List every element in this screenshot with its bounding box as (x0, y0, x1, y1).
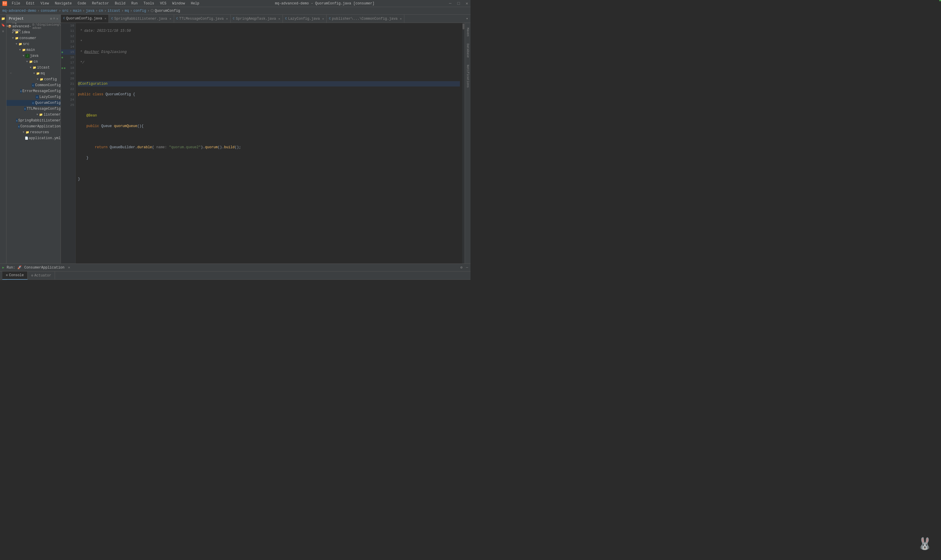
project-tree: ▼ 📦 mq-advanced-demo D:\DingJiaxiong\Ide… (6, 23, 61, 263)
tree-arrow-config: ▼ (36, 78, 39, 81)
line-num-21: 21 (61, 81, 75, 86)
menu-file[interactable]: File (11, 1, 22, 6)
folder-icon-cn: 📁 (29, 60, 33, 64)
folder-icon-itcast: 📁 (32, 66, 37, 70)
actuator-tab[interactable]: ⚙ Actuator (28, 271, 55, 280)
menu-code[interactable]: Code (77, 1, 87, 6)
tab-ttl-message-config[interactable]: C TTLMessageConfig.java ✕ (174, 15, 231, 23)
tab-label-rabbit: SpringRabbitListener.java (114, 17, 167, 21)
tree-item-error-config[interactable]: C ErrorMessageConfig (6, 88, 61, 94)
tree-label-itcast: itcast (37, 66, 50, 70)
code-line-17 (78, 102, 460, 108)
left-sidebar-icons: 📁 🔖 ≡ (0, 15, 6, 263)
project-panel-header: Project ⚙ ≡ ✕ (6, 15, 61, 23)
code-content[interactable]: * date: 2022/11/10 15:50 * * @author Din… (75, 23, 462, 263)
tree-item-main[interactable]: ▼ 📁 main (6, 47, 61, 53)
close-button[interactable]: ✕ (466, 1, 468, 6)
tab-close-rabbit[interactable]: ✕ (170, 17, 171, 21)
tab-close-quorum[interactable]: ✕ (105, 17, 106, 20)
tab-common-config[interactable]: C publisher\...\CommonConfig.java ✕ (327, 15, 404, 23)
tree-item-listener[interactable]: ▼ 📁 listener (6, 112, 61, 118)
tree-arrow-consumer: ▼ (11, 37, 15, 40)
tree-item-consumer[interactable]: ▼ 📁 consumer (6, 35, 61, 41)
maven-panel-button[interactable]: Maven (466, 25, 470, 39)
breadcrumb-itcast[interactable]: itcast (108, 9, 120, 13)
tree-item-src[interactable]: ▼ 📁 src (6, 41, 61, 47)
menu-help[interactable]: Help (190, 1, 201, 6)
tree-item-config[interactable]: ▼ 📁 config (6, 77, 61, 82)
console-tab[interactable]: ≡ Console (2, 271, 28, 280)
database-panel-button[interactable]: Database (466, 41, 470, 60)
console-output[interactable]: ---- /\\ / ____ '_ __ _(_)_ __ __ _ \ \ … (6, 280, 470, 280)
tab-quorum-config[interactable]: C QuorumConfig.java ✕ (61, 15, 109, 23)
menu-view[interactable]: View (39, 1, 50, 6)
tree-label-lazy-config: LazyConfig (39, 95, 61, 99)
tab-close-amqp[interactable]: ✕ (278, 17, 280, 21)
tree-item-consumer-app[interactable]: C ConsumerApplication (6, 123, 61, 129)
breadcrumb-cn[interactable]: cn (99, 9, 103, 13)
tab-lazy-config[interactable]: C LazyConfig.java ✕ (283, 15, 327, 23)
breadcrumb-java[interactable]: java (86, 9, 94, 13)
console-tab-label: Console (9, 273, 24, 277)
menu-run[interactable]: Run (130, 1, 139, 6)
scrollbar-thumb[interactable] (463, 23, 464, 29)
tree-item-quorum-config[interactable]: C QuorumConfig (6, 100, 61, 106)
notifications-panel-button[interactable]: Notifications (466, 62, 470, 90)
menu-edit[interactable]: Edit (25, 1, 36, 6)
tab-icon-lazy: C (285, 17, 287, 20)
tab-close-lazy[interactable]: ✕ (322, 17, 324, 21)
code-line-14 (78, 71, 460, 76)
menu-build[interactable]: Build (114, 1, 126, 6)
maximize-button[interactable]: □ (457, 1, 460, 6)
line-num-16: ◉ 16 (61, 55, 75, 60)
breadcrumb-src[interactable]: src (62, 9, 69, 13)
menu-vcs[interactable]: VCS (159, 1, 168, 6)
tree-item-cn[interactable]: ▼ 📁 cn (6, 59, 61, 65)
project-icon[interactable]: 📁 (1, 16, 6, 21)
tree-label-spring-rabbit: SpringRabbitListener (18, 118, 61, 123)
tree-item-mq[interactable]: ▼ 📁 mq (6, 71, 61, 77)
console-tab-icon: ≡ (6, 274, 8, 277)
tab-icon-ttl: C (177, 17, 178, 20)
tab-spring-rabbit-listener[interactable]: C SpringRabbitListener.java ✕ (109, 15, 174, 23)
breadcrumb-module[interactable]: consumer (41, 9, 58, 13)
tree-arrow-resources: ▼ (22, 131, 25, 134)
minimize-button[interactable]: ─ (449, 1, 451, 6)
tree-item-common-config[interactable]: C CommonConfig (6, 82, 61, 88)
tree-item-ttl-config[interactable]: C TTLMessageConfig (6, 106, 61, 112)
tree-item-java[interactable]: ▼ J java (6, 53, 61, 59)
panel-collapse-icon[interactable]: ≡ (53, 17, 55, 21)
gutter-config-icon-16: ◉ (62, 56, 63, 59)
breadcrumb-main[interactable]: main (73, 9, 81, 13)
run-close-button[interactable]: ✕ (68, 265, 70, 270)
breadcrumb-project[interactable]: mq-advanced-demo (2, 9, 36, 13)
code-line-11: * (78, 39, 460, 44)
bottom-tabs: ≡ Console ⚙ Actuator (0, 271, 470, 280)
tab-spring-amqp-task[interactable]: C SpringAmqpTask.java ✕ (231, 15, 283, 23)
structure-icon[interactable]: ≡ (1, 29, 6, 34)
panel-close-icon[interactable]: ✕ (56, 17, 58, 21)
menu-tools[interactable]: Tools (142, 1, 155, 6)
tree-arrow-java: ▼ (22, 54, 25, 57)
panel-settings-icon[interactable]: ⚙ (50, 17, 52, 21)
tree-item-lazy-config[interactable]: C LazyConfig (6, 94, 61, 100)
editor-scrollbar[interactable] (462, 23, 464, 263)
tree-item-application-yml[interactable]: 📄 application.yml (6, 135, 61, 141)
menu-window[interactable]: Window (171, 1, 186, 6)
breadcrumb-mq[interactable]: mq (125, 9, 129, 13)
menu-navigate[interactable]: Navigate (54, 1, 73, 6)
tab-more-button[interactable]: ▾ (464, 17, 470, 21)
tree-item-resources[interactable]: ▼ 📁 resources (6, 129, 61, 135)
tree-item-idea[interactable]: ▶ 📁 .idea (6, 29, 61, 35)
menu-refactor[interactable]: Refactor (91, 1, 110, 6)
breadcrumb-config[interactable]: config (134, 9, 146, 13)
tree-item-root[interactable]: ▼ 📦 mq-advanced-demo D:\DingJiaxiong\Ide… (6, 23, 61, 29)
bookmark-icon[interactable]: 🔖 (1, 22, 6, 28)
run-settings-icon[interactable]: ⚙ (461, 265, 463, 270)
module-icon: 📦 (8, 25, 11, 29)
tree-item-itcast[interactable]: ▼ 📁 itcast (6, 65, 61, 71)
run-minimize-icon[interactable]: — (466, 266, 468, 270)
tree-item-spring-rabbit[interactable]: C SpringRabbitListener (6, 118, 61, 123)
tab-close-ttl[interactable]: ✕ (226, 17, 228, 21)
tab-close-common[interactable]: ✕ (400, 17, 402, 21)
